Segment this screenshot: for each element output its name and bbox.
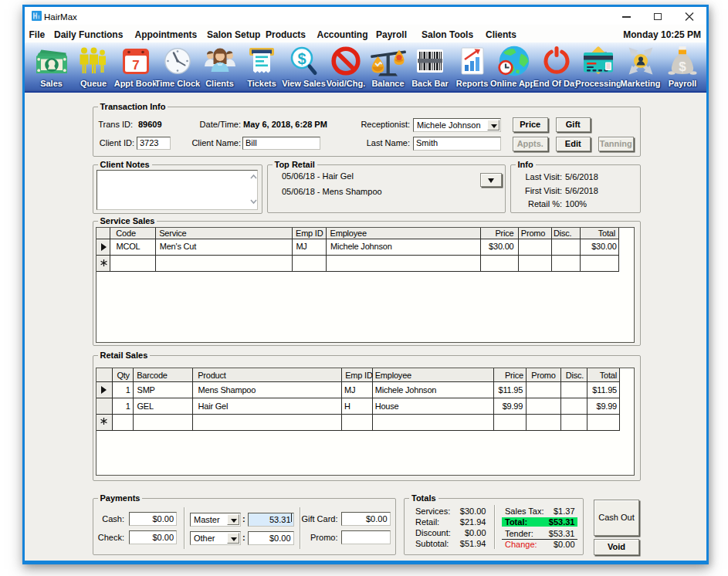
svg-text:7: 7 [132,57,139,72]
svg-text:$: $ [297,49,306,66]
svg-text:$: $ [679,59,686,73]
